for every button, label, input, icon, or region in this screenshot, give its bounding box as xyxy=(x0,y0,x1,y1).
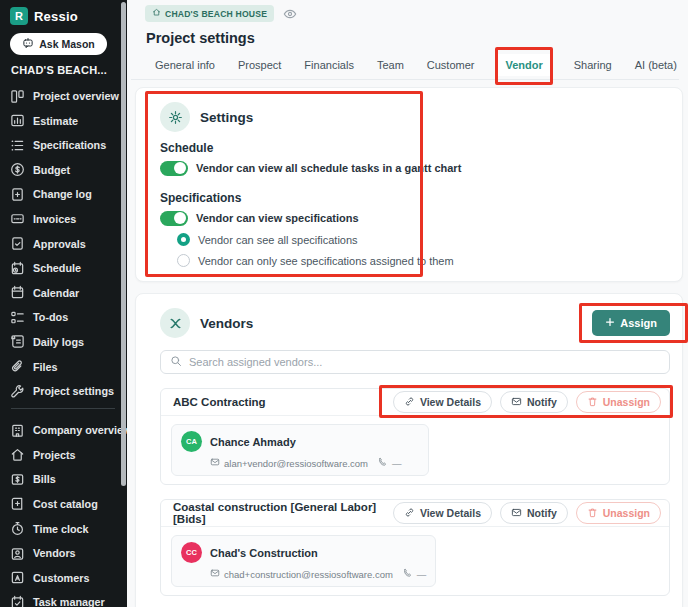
house-icon xyxy=(152,8,161,19)
sidebar-item[interactable]: Project overview xyxy=(10,88,127,104)
sidebar-item[interactable]: To-dos xyxy=(10,309,127,325)
vendor-name: ABC Contracting xyxy=(173,396,266,408)
sidebar-item-label: Task manager xyxy=(33,596,105,607)
project-badge-row: CHAD'S BEACH HOUSE xyxy=(145,5,679,22)
contact-phone: — xyxy=(417,569,427,580)
specification-option[interactable]: Vendor can see all specifications xyxy=(177,232,658,247)
sidebar-item-label: Customers xyxy=(33,572,89,584)
avatar: CC xyxy=(181,542,202,563)
settings-card: Settings Schedule Vendor can view all sc… xyxy=(135,87,683,282)
vendors-card: Vendors Assign ABC Contracting View Deta… xyxy=(135,293,683,607)
view-details-button[interactable]: View Details xyxy=(393,391,492,413)
sidebar-item[interactable]: Budget xyxy=(10,162,127,178)
sidebar-item[interactable]: Bills xyxy=(10,471,127,487)
contact-details: alan+vendor@ressiosoftware.com — xyxy=(210,457,419,469)
radio-label: Vendor can see all specifications xyxy=(198,234,358,246)
sidebar-item[interactable]: Task manager xyxy=(10,594,127,607)
sidebar-item-icon xyxy=(10,310,25,325)
logo-text: Ressio xyxy=(34,9,78,24)
sidebar-item[interactable]: Specifications xyxy=(10,137,127,153)
specifications-toggle-label: Vendor can view specifications xyxy=(196,212,359,224)
chat-bot-icon xyxy=(22,37,34,51)
tab[interactable]: Sharing xyxy=(574,54,612,76)
page-title: Project settings xyxy=(146,30,679,46)
sidebar-item-icon xyxy=(10,595,25,607)
sidebar-item-label: Files xyxy=(33,361,58,373)
sidebar-item[interactable]: Change log xyxy=(10,186,127,202)
sidebar-item-icon xyxy=(10,113,25,128)
notify-button[interactable]: Notify xyxy=(500,502,568,524)
link-icon xyxy=(404,507,415,520)
sidebar-item[interactable]: Invoices xyxy=(10,211,127,227)
vendor-search-box xyxy=(160,350,670,374)
sidebar-scrollbar[interactable] xyxy=(121,2,126,486)
main-content: CHAD'S BEACH HOUSE Project settings Gene… xyxy=(127,0,688,607)
unassign-label: Unassign xyxy=(603,507,650,519)
sidebar-item-label: Budget xyxy=(33,164,70,176)
vendor-list: ABC Contracting View Details Notify Unas… xyxy=(160,388,670,607)
specifications-toggle[interactable] xyxy=(160,211,188,226)
sidebar-item[interactable]: Calendar xyxy=(10,285,127,301)
tab[interactable]: General info xyxy=(155,54,215,76)
contact-details: chad+construction@ressiosoftware.com — xyxy=(210,568,426,580)
sidebar-item[interactable]: Daily logs xyxy=(10,334,127,350)
vendor-search-input[interactable] xyxy=(189,356,660,368)
tab[interactable]: Customer xyxy=(427,54,475,76)
sidebar-item[interactable]: Approvals xyxy=(10,236,127,252)
sidebar-item[interactable]: Customers xyxy=(10,570,127,586)
unassign-button[interactable]: Unassign xyxy=(576,391,661,413)
sidebar-item-icon xyxy=(10,187,25,202)
sidebar-item-label: Company overview xyxy=(33,424,131,436)
trash-icon xyxy=(587,507,598,520)
notify-label: Notify xyxy=(527,396,557,408)
sidebar-item-icon xyxy=(10,162,25,177)
sidebar-item-label: To-dos xyxy=(33,311,68,323)
vendor-row: Coastal construction [General Labor] [Bi… xyxy=(160,499,670,596)
contact-top: CC Chad's Construction xyxy=(181,542,426,563)
sidebar-item-icon xyxy=(10,546,25,561)
sidebar-item-icon xyxy=(10,285,25,300)
tab[interactable]: Vendor xyxy=(497,54,550,76)
sidebar-logo[interactable]: R Ressio xyxy=(10,6,127,26)
sidebar-item-icon xyxy=(10,496,25,511)
vendor-name: Coastal construction [General Labor] [Bi… xyxy=(173,501,393,525)
sidebar-item-label: Vendors xyxy=(33,547,76,559)
contact-card: CA Chance Ahmady alan+vendor@ressiosoftw… xyxy=(171,424,429,476)
sidebar-item-label: Time clock xyxy=(33,523,89,535)
trash-icon xyxy=(587,396,598,409)
sidebar-item[interactable]: Schedule xyxy=(10,260,127,276)
tab[interactable]: AI (beta) xyxy=(635,54,677,76)
sidebar-item[interactable]: Project settings xyxy=(10,383,127,399)
ask-mason-button[interactable]: Ask Mason xyxy=(10,33,107,55)
notify-label: Notify xyxy=(527,507,557,519)
vendors-card-header: Vendors Assign xyxy=(160,308,670,338)
eye-icon[interactable] xyxy=(283,7,297,21)
sidebar-company-nav: Company overview Projects Bills Cost cat… xyxy=(10,422,127,607)
sidebar-item[interactable]: Files xyxy=(10,359,127,375)
specification-option[interactable]: Vendor can only see specifications assig… xyxy=(177,253,658,268)
sidebar-item[interactable]: Cost catalog xyxy=(10,496,127,512)
sidebar-item-label: Projects xyxy=(33,449,76,461)
sidebar-item-label: Estimate xyxy=(33,115,78,127)
specification-options: Vendor can see all specifications Vendor… xyxy=(160,232,658,268)
view-details-button[interactable]: View Details xyxy=(393,502,492,524)
sidebar-item[interactable]: Vendors xyxy=(10,545,127,561)
assign-button[interactable]: Assign xyxy=(592,310,670,336)
unassign-button[interactable]: Unassign xyxy=(576,502,661,524)
tab[interactable]: Team xyxy=(377,54,404,76)
notify-button[interactable]: Notify xyxy=(500,391,568,413)
schedule-toggle[interactable] xyxy=(160,161,188,176)
tab[interactable]: Financials xyxy=(304,54,354,76)
contact-email: chad+construction@ressiosoftware.com xyxy=(224,569,393,580)
sidebar-item[interactable]: Estimate xyxy=(10,113,127,129)
sidebar-project-nav: Project overview Estimate Specifications… xyxy=(10,88,127,399)
sidebar-item-icon xyxy=(10,334,25,349)
sidebar-item[interactable]: Projects xyxy=(10,447,127,463)
sidebar-item[interactable]: Company overview xyxy=(10,422,127,438)
tab[interactable]: Prospect xyxy=(238,54,281,76)
sidebar-item[interactable]: Time clock xyxy=(10,521,127,537)
sidebar-item-label: Specifications xyxy=(33,139,106,151)
mail-icon xyxy=(210,457,220,469)
radio-label: Vendor can only see specifications assig… xyxy=(198,255,454,267)
schedule-toggle-label: Vendor can view all schedule tasks in a … xyxy=(196,162,461,174)
